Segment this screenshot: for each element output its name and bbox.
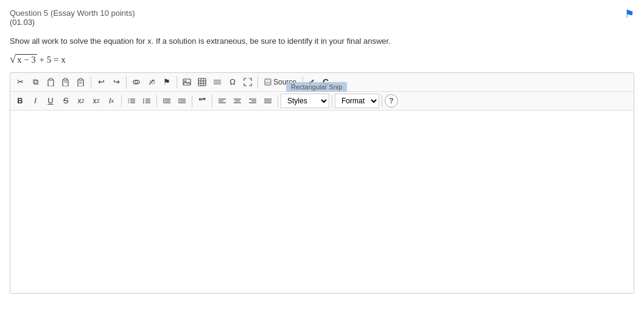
- svg-text:3.: 3.: [128, 101, 130, 104]
- redo-button[interactable]: ↪: [109, 75, 124, 89]
- separator-10: [278, 95, 278, 107]
- help-button[interactable]: ?: [385, 94, 398, 108]
- maximize-button[interactable]: [240, 75, 255, 89]
- flag-icon[interactable]: ⚑: [625, 7, 634, 21]
- page-container: Rectangular Snip Question 5 (Essay Worth…: [0, 0, 644, 324]
- table-button[interactable]: [195, 75, 209, 89]
- align-center-button[interactable]: [230, 94, 245, 108]
- unordered-list-button[interactable]: [139, 94, 154, 108]
- link-button[interactable]: [129, 75, 144, 89]
- svg-rect-3: [64, 78, 67, 80]
- editor-wrapper: ✂ ⧉ W: [10, 72, 634, 294]
- superscript-button[interactable]: x2: [89, 94, 103, 108]
- sqrt-content: x − 3: [16, 54, 37, 65]
- svg-rect-11: [198, 78, 206, 86]
- separator-1: [91, 76, 91, 88]
- separator-3: [177, 76, 177, 88]
- justify-button[interactable]: [261, 94, 275, 108]
- sqrt-symbol: √: [10, 53, 16, 64]
- formula-rest: + 5 = x: [40, 55, 66, 64]
- anchor-button[interactable]: ⚑: [159, 75, 174, 89]
- svg-rect-6: [79, 78, 82, 80]
- toolbar-row2: B I U S x2 x2 Ix 1. 2. 3.: [10, 92, 634, 111]
- question-title-area: Question 5 (Essay Worth 10 points) (01.0…: [10, 7, 135, 33]
- separator-5: [303, 76, 303, 88]
- underline-button[interactable]: U: [43, 94, 58, 108]
- refresh-button[interactable]: C: [318, 75, 333, 89]
- paste-button[interactable]: [43, 75, 58, 89]
- undo-button[interactable]: ↩: [94, 75, 108, 89]
- paste-text-button[interactable]: [58, 75, 73, 89]
- unlink-button[interactable]: [144, 75, 159, 89]
- svg-rect-9: [183, 79, 191, 85]
- separator-4: [257, 76, 258, 88]
- question-sub: (01.03): [10, 18, 135, 27]
- ordered-list-button[interactable]: 1. 2. 3.: [124, 94, 139, 108]
- paste-word-button[interactable]: W: [74, 75, 88, 89]
- question-number: Question 5: [10, 9, 48, 18]
- source-button[interactable]: </> Source: [261, 77, 300, 88]
- separator-11: [332, 95, 332, 107]
- svg-point-30: [143, 98, 144, 100]
- decrease-indent-button[interactable]: [159, 94, 174, 108]
- subscript-button[interactable]: x2: [74, 94, 88, 108]
- align-left-button[interactable]: [215, 94, 229, 108]
- separator-6: [121, 95, 122, 107]
- separator-8: [192, 95, 192, 107]
- question-text: Show all work to solve the equation for …: [10, 35, 634, 47]
- svg-rect-1: [49, 78, 52, 80]
- separator-2: [126, 76, 127, 88]
- toolbar-row1: ✂ ⧉ W: [10, 73, 634, 92]
- align-right-button[interactable]: [245, 94, 260, 108]
- cut-button[interactable]: ✂: [13, 75, 27, 89]
- question-title: Question 5 (Essay Worth 10 points): [10, 7, 135, 18]
- separator-9: [212, 95, 212, 107]
- bold-button[interactable]: B: [13, 94, 27, 108]
- image-button[interactable]: [180, 75, 194, 89]
- copy-button[interactable]: ⧉: [28, 75, 43, 89]
- svg-point-31: [143, 100, 144, 102]
- editor-content[interactable]: [10, 111, 634, 293]
- svg-rect-2: [63, 80, 68, 86]
- strikethrough-button[interactable]: S: [58, 94, 73, 108]
- question-header: Question 5 (Essay Worth 10 points) (01.0…: [10, 7, 634, 33]
- separator-12: [382, 95, 382, 107]
- sqrt-container: √x − 3: [10, 53, 37, 64]
- question-meta: (Essay Worth 10 points): [51, 9, 135, 18]
- svg-text:</>: </>: [265, 81, 271, 84]
- list-items-button[interactable]: [210, 75, 225, 89]
- format-dropdown[interactable]: Format: [335, 94, 379, 108]
- increase-indent-button[interactable]: [175, 94, 189, 108]
- italic-button[interactable]: I: [28, 94, 43, 108]
- svg-text:W: W: [79, 81, 82, 84]
- source-label: Source: [273, 78, 296, 86]
- math-formula: √x − 3 + 5 = x: [10, 53, 634, 65]
- blockquote-button[interactable]: ❝❞: [195, 94, 209, 108]
- svg-point-32: [143, 102, 144, 103]
- separator-7: [156, 95, 157, 107]
- styles-dropdown[interactable]: Styles: [281, 94, 329, 108]
- svg-rect-0: [48, 80, 54, 86]
- clear-format-button[interactable]: Ix: [104, 94, 119, 108]
- omega-button[interactable]: Ω: [225, 75, 240, 89]
- checkmark-button[interactable]: ✔: [306, 76, 318, 88]
